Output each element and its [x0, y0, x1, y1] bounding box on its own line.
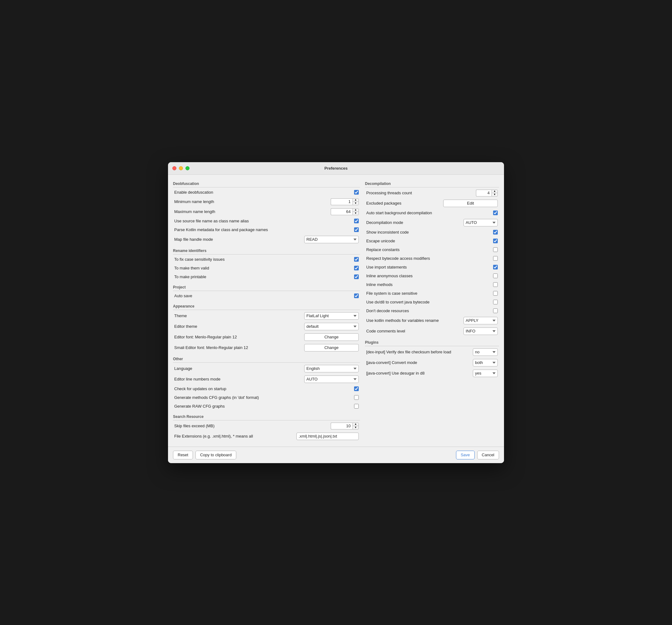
- input-min-name-length[interactable]: [331, 198, 353, 205]
- checkbox-check-updates[interactable]: [354, 387, 359, 391]
- input-file-extensions[interactable]: [296, 433, 359, 440]
- spinner-down-max[interactable]: ▼: [353, 212, 358, 215]
- checkbox-make-valid[interactable]: [354, 266, 359, 271]
- label-kotlin-methods: Use kotlin methods for variables rename: [366, 318, 463, 323]
- select-theme[interactable]: FlatLaf Light FlatLaf Dark System: [304, 312, 359, 320]
- checkbox-inline-methods[interactable]: [493, 282, 498, 287]
- spinner-up-min[interactable]: ▲: [353, 199, 358, 202]
- close-button[interactable]: [172, 166, 176, 170]
- row-kotlin-methods: Use kotlin methods for variables rename …: [365, 315, 499, 326]
- control-use-source-file: [354, 218, 359, 223]
- minimize-button[interactable]: [179, 166, 183, 170]
- spinner-up-skip[interactable]: ▲: [353, 423, 358, 426]
- row-generate-cfg: Generate methods CFG graphs (in 'dot' fo…: [173, 393, 360, 402]
- row-use-dx: Use dx/d8 to convert java bytecode: [365, 298, 499, 306]
- checkbox-use-import[interactable]: [493, 265, 498, 270]
- checkbox-fix-case[interactable]: [354, 257, 359, 262]
- label-dont-decode: Don't decode resources: [366, 308, 493, 313]
- project-header: Project: [173, 283, 360, 291]
- checkbox-dont-decode[interactable]: [493, 308, 498, 313]
- checkbox-file-system-case[interactable]: [493, 291, 498, 296]
- maximize-button[interactable]: [186, 166, 190, 170]
- label-check-updates: Check for updates on startup: [174, 387, 354, 391]
- row-generate-raw-cfg: Generate RAW CFG graphs: [173, 402, 360, 411]
- checkbox-auto-save[interactable]: [354, 294, 359, 298]
- save-button[interactable]: Save: [456, 451, 475, 459]
- control-enable-deobfuscation: [354, 190, 359, 194]
- control-check-updates: [354, 387, 359, 391]
- spinner-down-min[interactable]: ▼: [353, 202, 358, 205]
- checkbox-auto-start-background[interactable]: [493, 210, 498, 215]
- control-processing-threads: ▲ ▼: [476, 190, 498, 196]
- spinner-down-skip[interactable]: ▼: [353, 426, 358, 429]
- spinner-up-threads[interactable]: ▲: [492, 190, 498, 193]
- row-java-convert-mode: [java-convert] Convert mode both dx d8: [365, 357, 499, 368]
- label-use-dx: Use dx/d8 to convert java bytecode: [366, 300, 493, 304]
- select-line-numbers[interactable]: AUTO ON OFF: [304, 375, 359, 383]
- button-smali-font-change[interactable]: Change: [304, 344, 359, 351]
- checkbox-use-source-file[interactable]: [354, 218, 359, 223]
- spinner-down-threads[interactable]: ▼: [492, 193, 498, 196]
- select-code-comments[interactable]: INFO DEBUG ERROR NONE: [463, 327, 498, 335]
- row-decompilation-mode: Decompilation mode AUTO SIMPLE FALLBACK: [365, 217, 499, 228]
- row-language: Language English Chinese French German: [173, 363, 360, 374]
- checkbox-replace-constants[interactable]: [493, 247, 498, 252]
- select-java-desugar[interactable]: yes no: [473, 370, 498, 377]
- button-excluded-packages-edit[interactable]: Edit: [443, 200, 498, 207]
- row-editor-theme: Editor theme default dark light: [173, 321, 360, 332]
- spinner-max-name-length: ▲ ▼: [353, 208, 359, 215]
- control-java-desugar: yes no: [473, 370, 498, 377]
- select-editor-theme[interactable]: default dark light: [304, 323, 359, 330]
- left-panel: Deobfuscation Enable deobfuscation Minim…: [173, 180, 360, 442]
- control-make-valid: [354, 266, 359, 271]
- row-excluded-packages: Excluded packages Edit: [365, 198, 499, 209]
- checkbox-show-inconsistent[interactable]: [493, 230, 498, 234]
- input-max-name-length[interactable]: [331, 208, 353, 215]
- label-inline-anonymous: Inline anonymous classes: [366, 274, 493, 278]
- control-replace-constants: [493, 247, 498, 252]
- select-dex-verify[interactable]: no yes: [473, 348, 498, 356]
- checkbox-use-dx[interactable]: [493, 300, 498, 304]
- select-map-file-handle[interactable]: READ WRITE READWRITE: [304, 236, 359, 243]
- row-file-system-case: File system is case sensitive: [365, 289, 499, 298]
- label-min-name-length: Minimum name length: [174, 199, 331, 204]
- window-title: Preferences: [325, 166, 347, 170]
- control-make-printable: [354, 274, 359, 279]
- checkbox-respect-bytecode[interactable]: [493, 256, 498, 261]
- control-code-comments: INFO DEBUG ERROR NONE: [463, 327, 498, 335]
- control-language: English Chinese French German: [304, 365, 359, 372]
- footer-right: Save Cancel: [456, 451, 499, 459]
- select-kotlin-methods[interactable]: APPLY DONT_APPLY OVERWRITE: [463, 317, 498, 324]
- checkbox-inline-anonymous[interactable]: [493, 274, 498, 278]
- select-decompilation-mode[interactable]: AUTO SIMPLE FALLBACK: [463, 219, 498, 226]
- appearance-header: Appearance: [173, 302, 360, 310]
- label-fix-case: To fix case sensitivity issues: [174, 257, 354, 262]
- label-smali-font: Smali Editor font: Menlo-Regular plain 1…: [174, 345, 304, 350]
- checkbox-enable-deobfuscation[interactable]: [354, 190, 359, 194]
- input-processing-threads[interactable]: [476, 190, 491, 196]
- input-skip-files[interactable]: [331, 423, 353, 430]
- label-file-system-case: File system is case sensitive: [366, 291, 493, 296]
- button-editor-font-change[interactable]: Change: [304, 333, 359, 341]
- label-editor-font: Editor font: Menlo-Regular plain 12: [174, 334, 304, 339]
- row-dont-decode: Don't decode resources: [365, 306, 499, 315]
- checkbox-generate-cfg[interactable]: [354, 395, 359, 400]
- checkbox-generate-raw-cfg[interactable]: [354, 404, 359, 409]
- other-header: Other: [173, 355, 360, 363]
- spinner-up-max[interactable]: ▲: [353, 209, 358, 212]
- cancel-button[interactable]: Cancel: [477, 451, 499, 459]
- checkbox-make-printable[interactable]: [354, 274, 359, 279]
- label-java-convert-mode: [java-convert] Convert mode: [366, 360, 473, 365]
- row-enable-deobfuscation: Enable deobfuscation: [173, 188, 360, 197]
- copy-to-clipboard-button[interactable]: Copy to clipboard: [195, 451, 236, 459]
- checkbox-escape-unicode[interactable]: [493, 238, 498, 243]
- label-make-valid: To make them valid: [174, 266, 354, 271]
- control-auto-start-background: [493, 210, 498, 215]
- preferences-window: Preferences Deobfuscation Enable deobfus…: [168, 162, 504, 463]
- row-inline-methods: Inline methods: [365, 280, 499, 289]
- checkbox-parse-kotlin[interactable]: [354, 227, 359, 232]
- row-smali-font: Smali Editor font: Menlo-Regular plain 1…: [173, 343, 360, 353]
- select-java-convert-mode[interactable]: both dx d8: [473, 359, 498, 367]
- select-language[interactable]: English Chinese French German: [304, 365, 359, 372]
- reset-button[interactable]: Reset: [173, 451, 193, 459]
